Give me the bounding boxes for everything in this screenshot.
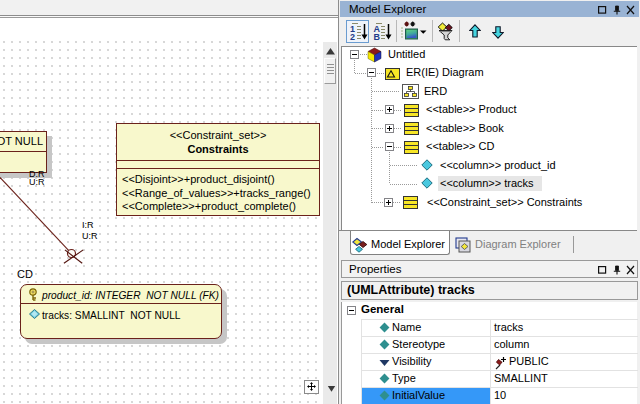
- svg-text:B: B: [374, 32, 381, 41]
- svg-text:2: 2: [350, 32, 355, 41]
